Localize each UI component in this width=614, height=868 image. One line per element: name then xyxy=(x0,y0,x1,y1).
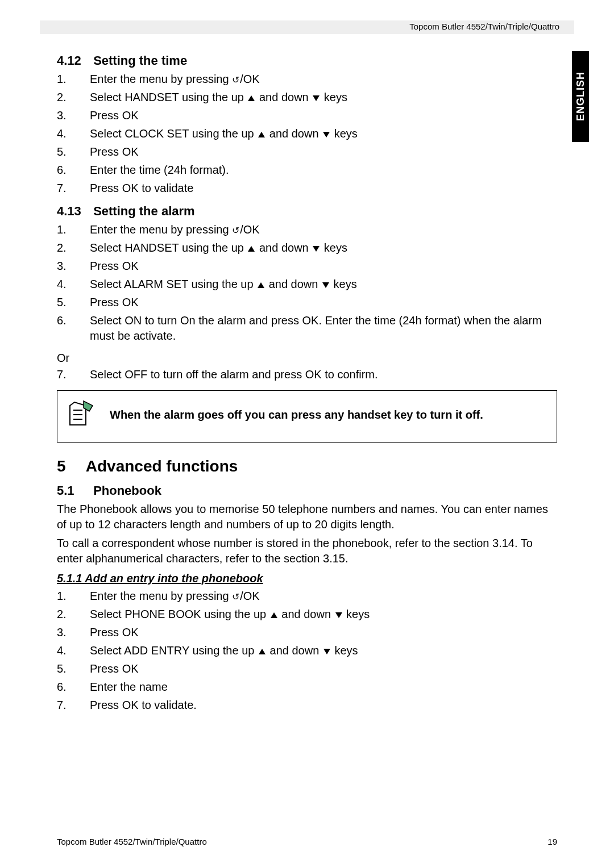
step-text: Select OFF to turn off the alarm and pre… xyxy=(90,367,557,382)
step-text: Press OK to validate. xyxy=(90,698,557,713)
step-text: Select CLOCK SET using the up and down k… xyxy=(90,126,557,141)
step-text: Enter the time (24h format). xyxy=(90,162,557,178)
list-item: 6.Enter the name xyxy=(57,679,557,695)
list-item: 4.Select ADD ENTRY using the up and down… xyxy=(57,643,557,658)
chapter-title: Advanced functions xyxy=(86,457,238,475)
section-title: Setting the time xyxy=(93,53,187,68)
list-item: 3.Press OK xyxy=(57,258,557,274)
step-number: 3. xyxy=(57,625,90,640)
list-item: 1.Enter the menu by pressing ↺/OK xyxy=(57,222,557,237)
up-icon xyxy=(248,95,255,101)
list-item: 7.Select OFF to turn off the alarm and p… xyxy=(57,367,557,382)
section-4-12-steps: 1.Enter the menu by pressing ↺/OK 2.Sele… xyxy=(57,72,557,196)
list-item: 2.Select HANDSET using the up and down k… xyxy=(57,90,557,105)
section-4-13-heading: 4.13 Setting the alarm xyxy=(57,204,557,219)
step-text: Select ALARM SET using the up and down k… xyxy=(90,277,557,292)
step-text: Select ON to turn On the alarm and press… xyxy=(90,313,557,344)
list-item: 3.Press OK xyxy=(57,625,557,640)
up-icon xyxy=(271,612,277,618)
or-label: Or xyxy=(57,352,557,365)
step-number: 6. xyxy=(57,313,90,344)
step-number: 1. xyxy=(57,222,90,237)
up-icon xyxy=(248,246,255,252)
subsection-5-1-1-steps: 1.Enter the menu by pressing ↺/OK 2.Sele… xyxy=(57,589,557,713)
down-icon xyxy=(323,132,330,137)
step-number: 4. xyxy=(57,277,90,292)
section-4-12-heading: 4.12 Setting the time xyxy=(57,53,557,68)
list-item: 7.Press OK to validate. xyxy=(57,698,557,713)
step-text: Select HANDSET using the up and down key… xyxy=(90,240,557,256)
step-text: Select HANDSET using the up and down key… xyxy=(90,90,557,105)
step-number: 1. xyxy=(57,589,90,604)
list-item: 2.Select HANDSET using the up and down k… xyxy=(57,240,557,256)
list-item: 5.Press OK xyxy=(57,144,557,160)
step-text: Press OK xyxy=(90,258,557,274)
down-icon xyxy=(313,246,320,252)
section-4-13-step-7: 7.Select OFF to turn off the alarm and p… xyxy=(57,367,557,382)
page: Topcom Butler 4552/Twin/Triple/Quattro E… xyxy=(0,0,614,868)
list-item: 1.Enter the menu by pressing ↺/OK xyxy=(57,72,557,87)
step-number: 3. xyxy=(57,258,90,274)
step-number: 5. xyxy=(57,144,90,160)
section-number: 4.13 xyxy=(57,204,90,219)
subsection-5-1-1-heading: 5.1.1 Add an entry into the phonebook xyxy=(57,572,557,585)
list-item: 4.Select CLOCK SET using the up and down… xyxy=(57,126,557,141)
list-item: 5.Press OK xyxy=(57,295,557,310)
step-number: 2. xyxy=(57,607,90,622)
note-box: When the alarm goes off you can press an… xyxy=(57,390,557,443)
down-icon xyxy=(323,649,330,654)
step-text: Enter the menu by pressing ↺/OK xyxy=(90,222,557,237)
language-tab-label: ENGLISH xyxy=(575,72,587,121)
step-text: Press OK xyxy=(90,108,557,123)
header-band: Topcom Butler 4552/Twin/Triple/Quattro xyxy=(57,20,557,47)
note-icon xyxy=(67,400,94,429)
step-number: 4. xyxy=(57,126,90,141)
list-item: 3.Press OK xyxy=(57,108,557,123)
section-title: Phonebook xyxy=(93,483,161,498)
section-5-1-heading: 5.1 Phonebook xyxy=(57,483,557,498)
note-text: When the alarm goes off you can press an… xyxy=(110,408,483,422)
chapter-5-heading: 5 Advanced functions xyxy=(57,457,557,475)
up-icon xyxy=(258,282,264,288)
step-number: 1. xyxy=(57,72,90,87)
section-title: Setting the alarm xyxy=(93,204,194,218)
step-number: 3. xyxy=(57,108,90,123)
section-5-1-para-2: To call a correspondent whose number is … xyxy=(57,536,557,566)
down-icon xyxy=(313,95,320,101)
footer: Topcom Butler 4552/Twin/Triple/Quattro 1… xyxy=(57,837,557,846)
section-5-1-para-1: The Phonebook allows you to memorise 50 … xyxy=(57,502,557,532)
footer-left: Topcom Butler 4552/Twin/Triple/Quattro xyxy=(57,837,207,846)
down-icon xyxy=(335,612,342,618)
step-text: Press OK xyxy=(90,144,557,160)
section-number: 4.12 xyxy=(57,53,90,68)
section-4-13-steps: 1.Enter the menu by pressing ↺/OK 2.Sele… xyxy=(57,222,557,344)
step-number: 2. xyxy=(57,90,90,105)
up-icon xyxy=(259,649,265,654)
step-number: 2. xyxy=(57,240,90,256)
step-number: 7. xyxy=(57,181,90,196)
step-number: 6. xyxy=(57,162,90,178)
step-text: Select PHONE BOOK using the up and down … xyxy=(90,607,557,622)
step-number: 6. xyxy=(57,679,90,695)
list-item: 5.Press OK xyxy=(57,661,557,677)
list-item: 2.Select PHONE BOOK using the up and dow… xyxy=(57,607,557,622)
chapter-number: 5 xyxy=(57,457,82,475)
step-number: 7. xyxy=(57,698,90,713)
list-item: 6.Enter the time (24h format). xyxy=(57,162,557,178)
down-icon xyxy=(322,282,329,288)
header-product: Topcom Butler 4552/Twin/Triple/Quattro xyxy=(409,22,559,31)
redial-icon: ↺ xyxy=(232,224,239,237)
up-icon xyxy=(258,132,265,137)
step-text: Select ADD ENTRY using the up and down k… xyxy=(90,643,557,658)
step-text: Press OK xyxy=(90,625,557,640)
step-number: 4. xyxy=(57,643,90,658)
step-text: Press OK xyxy=(90,295,557,310)
redial-icon: ↺ xyxy=(232,591,239,603)
step-number: 5. xyxy=(57,661,90,677)
list-item: 6.Select ON to turn On the alarm and pre… xyxy=(57,313,557,344)
list-item: 1.Enter the menu by pressing ↺/OK xyxy=(57,589,557,604)
language-tab: ENGLISH xyxy=(572,51,589,142)
step-text: Enter the name xyxy=(90,679,557,695)
footer-page-number: 19 xyxy=(547,837,557,846)
step-number: 5. xyxy=(57,295,90,310)
